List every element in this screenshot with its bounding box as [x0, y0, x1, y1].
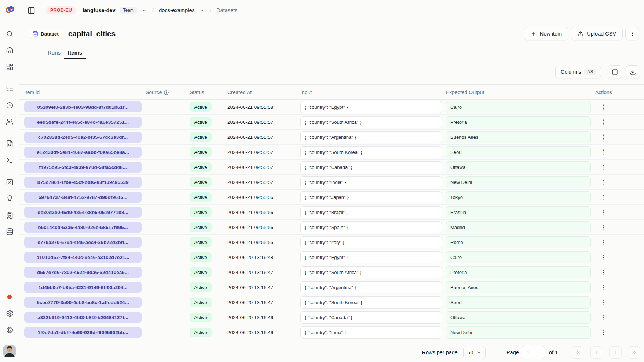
item-id-pill[interactable]: 1d45b0e7-b85a-4231-9149-6ff90a294... [24, 282, 142, 293]
column-header-expected-output[interactable]: Expected Output [446, 85, 484, 100]
row-actions-button[interactable] [598, 237, 609, 248]
project-name[interactable]: docs-examples [159, 7, 195, 13]
expected-output-cell[interactable]: Ottawa [446, 311, 591, 324]
sidebar-item-search[interactable] [3, 27, 16, 40]
info-icon[interactable] [164, 90, 169, 95]
expected-output-cell[interactable]: Buenos Aires [446, 131, 591, 143]
expected-output-cell[interactable]: Cairo [446, 101, 591, 113]
sidebar-item-sessions[interactable] [3, 99, 16, 112]
upload-csv-button[interactable]: Upload CSV [571, 27, 623, 40]
breadcrumb-section[interactable]: Datasets [216, 7, 237, 13]
column-header-input[interactable]: Input [300, 85, 312, 100]
row-actions-button[interactable] [598, 192, 609, 203]
sidebar-item-evaluations[interactable] [3, 176, 16, 189]
input-cell[interactable]: { "country": "Argentina" } [300, 281, 442, 293]
last-page-button[interactable] [628, 346, 640, 359]
new-item-button[interactable]: New item [524, 27, 568, 40]
row-actions-button[interactable] [598, 252, 609, 263]
sidebar-item-home[interactable] [3, 44, 16, 57]
column-header-item-id[interactable]: Item id [24, 85, 40, 100]
row-actions-button[interactable] [598, 207, 609, 218]
item-id-pill[interactable]: 5cee7779-3e00-4eb8-be8c-1affedd524... [24, 297, 142, 308]
sidebar-item-annotations[interactable] [3, 208, 16, 222]
item-id-pill[interactable]: a1910d57-7f84-440c-9e46-a31c2d7e21... [24, 252, 142, 263]
expected-output-cell[interactable]: Seoul [446, 296, 591, 309]
item-id-pill[interactable]: e779a270-579a-4f45-aec4-35b72d3bff... [24, 237, 142, 248]
item-id-pill[interactable]: b5c144cd-52a5-4a80-926e-58617f895... [24, 222, 142, 233]
input-cell[interactable]: { "country": "Egypt" } [300, 101, 442, 113]
input-cell[interactable]: { "country": "Canada" } [300, 311, 442, 324]
tab-items[interactable]: Items [64, 46, 86, 59]
row-actions-button[interactable] [598, 327, 609, 338]
sidebar-item-datasets[interactable] [3, 225, 16, 238]
input-cell[interactable]: { "country": "India" } [300, 326, 442, 339]
dataset-menu-button[interactable] [625, 27, 639, 40]
org-name[interactable]: langfuse-dev [83, 7, 115, 13]
expected-output-cell[interactable]: Pretoria [446, 266, 591, 278]
input-cell[interactable]: { "country": "Egypt" } [300, 251, 442, 263]
column-header-status[interactable]: Status [190, 85, 204, 100]
row-actions-button[interactable] [598, 222, 609, 233]
expected-output-cell[interactable]: Brasília [446, 206, 591, 218]
sidebar-item-tracing[interactable] [3, 81, 16, 95]
item-id-pill[interactable]: e12430df-5e81-4687-aabb-f0ea65be8a... [24, 147, 142, 158]
row-actions-button[interactable] [598, 267, 609, 278]
input-cell[interactable]: { "country": "South Africa" } [300, 116, 442, 128]
expected-output-cell[interactable]: Rome [446, 236, 591, 248]
column-header-source[interactable]: Source [146, 85, 169, 100]
item-id-pill[interactable]: c702838d-24d5-40a2-bf35-67dc3a3df... [24, 132, 142, 143]
row-actions-button[interactable] [598, 177, 609, 188]
next-page-button[interactable] [609, 346, 622, 359]
expected-output-cell[interactable]: New Delhi [446, 326, 591, 339]
expected-output-cell[interactable]: Tokyo [446, 191, 591, 203]
input-cell[interactable]: { "country": "Brazil" } [300, 206, 442, 218]
row-actions-button[interactable] [598, 312, 609, 323]
project-switcher-button[interactable] [199, 8, 205, 13]
sidebar-item-prompts[interactable] [3, 137, 16, 150]
first-page-button[interactable] [572, 346, 584, 359]
expected-output-cell[interactable]: Ottawa [446, 161, 591, 173]
sidebar-item-support[interactable] [3, 323, 16, 336]
item-id-pill[interactable]: 05109ef0-2e3b-4e03-98dd-8f7d01b61f... [24, 101, 142, 112]
row-actions-button[interactable] [598, 101, 609, 112]
page-number-input[interactable] [522, 346, 545, 359]
row-actions-button[interactable] [598, 297, 609, 308]
row-actions-button[interactable] [598, 132, 609, 143]
rows-per-page-select[interactable]: 50 [463, 346, 486, 359]
row-actions-button[interactable] [598, 162, 609, 173]
item-id-pill[interactable]: f4975c95-5fc3-4939-970d-58fa5cd48... [24, 162, 142, 173]
item-id-pill[interactable]: a322b319-9412-4f43-b8f2-b20484127f... [24, 312, 142, 323]
item-id-pill[interactable]: d557e7d6-7802-4624-9da6-52d410ea5... [24, 267, 142, 278]
expected-output-cell[interactable]: New Delhi [446, 176, 591, 188]
input-cell[interactable]: { "country": "South Korea" } [300, 296, 442, 309]
column-header-created-at[interactable]: Created At [227, 85, 252, 100]
item-id-pill[interactable]: b75c7861-1fbe-45cf-bdf6-83f139c95539 [24, 177, 142, 188]
sidebar-item-recording[interactable] [3, 290, 16, 303]
previous-page-button[interactable] [590, 346, 603, 359]
langfuse-logo-icon[interactable] [5, 5, 15, 15]
sidebar-item-playground[interactable] [3, 154, 16, 167]
expected-output-cell[interactable]: Pretoria [446, 116, 591, 128]
sidebar-item-settings[interactable] [3, 307, 16, 320]
input-cell[interactable]: { "country": "South Korea" } [300, 146, 442, 158]
expected-output-cell[interactable]: Cairo [446, 251, 591, 263]
expected-output-cell[interactable]: Seoul [446, 146, 591, 158]
input-cell[interactable]: { "country": "Argentina" } [300, 131, 442, 143]
columns-button[interactable]: Columns 7/8 [555, 66, 601, 78]
row-height-button[interactable] [608, 65, 622, 78]
item-id-pill[interactable]: 1f0e7da1-dbff-4e60-929d-f6095602bb... [24, 327, 142, 338]
item-id-pill[interactable]: de30d2e0-f5d9-4854-88b6-0619771b8... [24, 207, 142, 218]
input-cell[interactable]: { "country": "Italy" } [300, 236, 442, 248]
row-actions-button[interactable] [598, 282, 609, 293]
sidebar-item-dashboard[interactable] [3, 60, 16, 73]
export-button[interactable] [626, 65, 640, 78]
sidebar-toggle-button[interactable] [26, 5, 37, 16]
sidebar-item-users[interactable] [3, 115, 16, 128]
expected-output-cell[interactable]: Buenos Aires [446, 281, 591, 293]
item-id-pill[interactable]: eed5dafe-244f-465c-a84c-4a6e357251... [24, 117, 142, 128]
input-cell[interactable]: { "country": "Spain" } [300, 221, 442, 233]
org-switcher-button[interactable] [142, 8, 147, 13]
input-cell[interactable]: { "country": "South Africa" } [300, 266, 442, 278]
row-actions-button[interactable] [598, 117, 609, 128]
user-avatar[interactable] [3, 345, 16, 357]
